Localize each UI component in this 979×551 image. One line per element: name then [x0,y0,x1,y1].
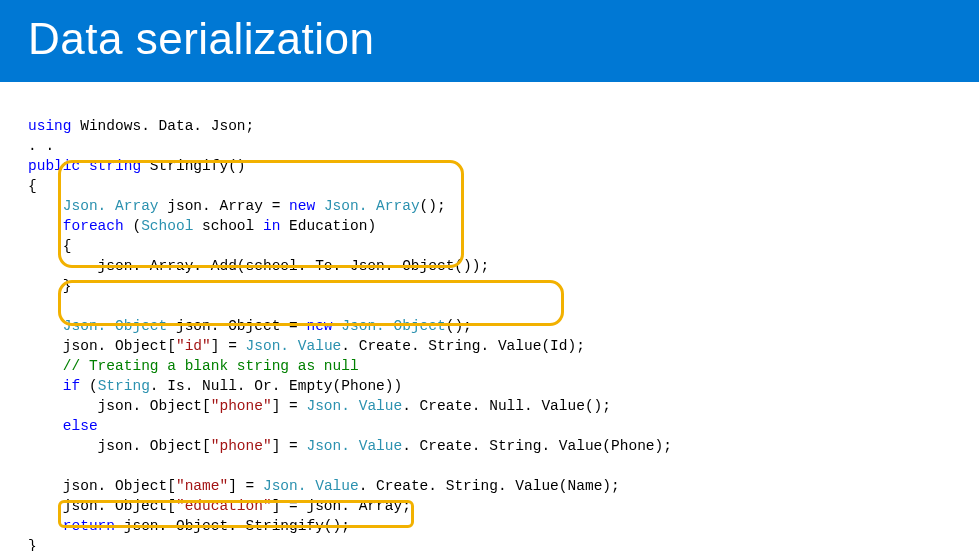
code-text: json. Object[ [28,398,211,414]
string: "education" [176,498,272,514]
code-text: . Create. String. Value(Phone); [402,438,672,454]
code-line: public string Stringify() [28,158,246,174]
code-text: Stringify() [141,158,245,174]
code-text: json. Object[ [28,478,176,494]
code-text: json. Object[ [28,498,176,514]
code-line: if (String. Is. Null. Or. Empty(Phone)) [28,378,402,394]
code-text [28,198,63,214]
keyword: else [63,418,98,434]
type: Json. Object [341,318,445,334]
code-text: . Create. String. Value(Id); [341,338,585,354]
code-text: (); [446,318,472,334]
code-text: json. Object = [167,318,306,334]
code-text [28,518,63,534]
code-line: json. Object["name"] = Json. Value. Crea… [28,478,620,494]
code-text: json. Object[ [28,438,211,454]
code-line: { [28,178,37,194]
comment: // Treating a blank string as null [63,358,359,374]
code-text: ( [80,378,97,394]
code-text: json. Object. Stringify(); [115,518,350,534]
code-line: } [28,278,72,294]
code-text: ] = json. Array; [272,498,411,514]
code-line: // Treating a blank string as null [28,358,359,374]
code-text: . Is. Null. Or. Empty(Phone)) [150,378,402,394]
code-text: ] = [228,478,263,494]
keyword: using [28,118,72,134]
code-text [333,318,342,334]
code-line: Json. Object json. Object = new Json. Ob… [28,318,472,334]
keyword: public [28,158,80,174]
code-text: school [193,218,263,234]
slide-title: Data serialization [0,0,979,82]
keyword: new [306,318,332,334]
string: "id" [176,338,211,354]
type: Json. Array [63,198,159,214]
code-text [315,198,324,214]
code-line [28,298,37,314]
code-line: json. Object["phone"] = Json. Value. Cre… [28,398,611,414]
keyword: return [63,518,115,534]
type: Json. Value [306,438,402,454]
code-text: Education) [280,218,376,234]
keyword: if [63,378,80,394]
string: "phone" [211,398,272,414]
code-text [80,158,89,174]
code-text: . Create. String. Value(Name); [359,478,620,494]
type: School [141,218,193,234]
code-text [28,418,63,434]
code-line: json. Object["phone"] = Json. Value. Cre… [28,438,672,454]
keyword: foreach [63,218,124,234]
string: "phone" [211,438,272,454]
code-text: (); [420,198,446,214]
type: Json. Value [306,398,402,414]
code-text [28,378,63,394]
keyword: in [263,218,280,234]
code-text [28,358,63,374]
type: String [98,378,150,394]
keyword: string [89,158,141,174]
code-text [28,318,63,334]
type: Json. Array [324,198,420,214]
code-line: Json. Array json. Array = new Json. Arra… [28,198,446,214]
string: "name" [176,478,228,494]
code-text: ] = [272,438,307,454]
code-line: foreach (School school in Education) [28,218,376,234]
code-line: json. Array. Add(school. To. Json. Objec… [28,258,489,274]
code-text: Windows. Data. Json; [72,118,255,134]
code-line: json. Object["education"] = json. Array; [28,498,411,514]
code-text: ] = [211,338,246,354]
code-line: . . [28,138,54,154]
code-text: json. Array = [159,198,290,214]
code-text [28,218,63,234]
type: Json. Value [263,478,359,494]
keyword: new [289,198,315,214]
code-block: using Windows. Data. Json; . . public st… [0,82,979,551]
type: Json. Value [246,338,342,354]
code-line: json. Object["id"] = Json. Value. Create… [28,338,585,354]
code-text: json. Object[ [28,338,176,354]
code-text: ] = [272,398,307,414]
code-text: . Create. Null. Value(); [402,398,611,414]
code-line: using Windows. Data. Json; [28,118,254,134]
code-line: return json. Object. Stringify(); [28,518,350,534]
code-line: { [28,238,72,254]
code-line: } [28,538,37,551]
code-text: ( [124,218,141,234]
highlight-box-1 [58,160,464,268]
type: Json. Object [63,318,167,334]
code-line [28,458,37,474]
code-line: else [28,418,98,434]
